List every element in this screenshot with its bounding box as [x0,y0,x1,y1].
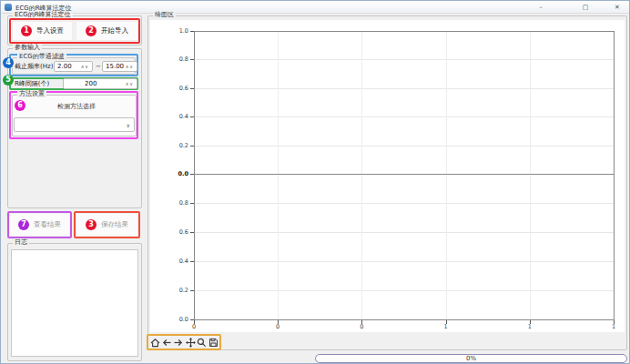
app-icon [5,4,12,11]
save-figure-icon[interactable] [208,337,218,349]
progress-bar: 0% [315,354,627,363]
mark-4: 4 [3,57,14,68]
x-tick-mark [446,320,447,324]
method-groupbox-title: 方法设置 [17,90,46,97]
x-tick-label: 0 [187,324,201,330]
params-groupbox-title: 参数输入 [13,44,42,51]
mark-7: 7 [18,219,29,230]
x-tick-mark [194,320,195,324]
method-select-label: 检测方法选择 [57,103,96,110]
rpeak-spinbox[interactable]: 200 ∧∨ [63,78,137,89]
cutoff-separator: ~ [96,63,101,70]
mark-1: 1 [21,25,32,36]
plot-groupbox-title: 绘图区 [153,11,176,18]
mark-5: 5 [3,75,14,86]
back-arrow-icon[interactable] [161,337,172,349]
home-icon[interactable] [149,337,160,349]
y-tick-label: 0.8 [159,200,188,207]
x-tick-mark [614,320,615,324]
y-tick-label: 1.0 [159,28,188,35]
method-combobox[interactable]: ∨ [14,117,135,132]
start-import-button[interactable]: 2 开始导入 [76,21,138,41]
view-results-button[interactable]: 7 查看结果 [9,213,70,237]
x-tick-mark [530,320,531,324]
y-tick-label: 0.4 [159,114,188,120]
save-results-button[interactable]: 3 保存结果 [76,213,138,237]
x-tick-label: 1 [439,324,453,330]
mark-3: 3 [86,219,97,230]
rpeak-value: 200 [85,80,97,87]
x-tick-label: 1 [523,324,537,330]
spinner-arrows-icon[interactable]: ∧∨ [81,64,89,69]
maximize-icon[interactable]: ▢ [575,2,595,13]
forward-arrow-icon[interactable] [172,337,183,349]
cutoff-high-spinbox[interactable]: 15.00 ∧∨ [102,61,137,72]
log-textarea[interactable] [11,249,138,357]
pan-icon[interactable] [185,337,196,349]
y-tick-label: 0.8 [159,56,188,63]
bandpass-groupbox-title: ECG的带通滤波 [17,53,66,60]
cutoff-label: 截止频率(Hz): [15,63,56,70]
spinner-arrows-icon[interactable]: ∧∨ [126,64,134,69]
minimize-icon[interactable]: – [531,2,551,13]
cutoff-low-spinbox[interactable]: 2.00 ∧∨ [54,61,93,72]
y-tick-label: 0.2 [159,143,188,149]
y-tick-label-shared: 0.0 [159,171,188,177]
import-groupbox-title: ECG的R峰算法定位 [13,11,73,18]
import-settings-label: 导入设置 [36,26,64,35]
spinner-arrows-icon[interactable]: ∧∨ [126,81,134,86]
rpeak-label: R峰间隔(个) [15,80,49,87]
app-window: ECG的R峰算法定位 – ▢ ✕ ECG的R峰算法定位 1 导入设置 2 开始导… [0,0,630,364]
mark-6: 6 [15,100,25,111]
mark-2: 2 [86,25,97,36]
x-tick-mark [278,320,279,324]
x-tick-label: 0 [354,324,369,330]
cutoff-high-value: 15.00 [106,63,124,70]
import-settings-button[interactable]: 1 导入设置 [12,21,73,41]
save-results-label: 保存结果 [101,220,128,229]
close-icon[interactable]: ✕ [607,2,627,13]
subplot-top[interactable] [194,31,615,175]
progress-label: 0% [466,356,476,362]
y-tick-label: 0.4 [159,258,188,265]
start-import-label: 开始导入 [101,26,128,35]
subplot-bottom[interactable] [194,174,615,320]
view-results-label: 查看结果 [34,220,61,229]
y-tick-label: 0.6 [159,86,188,92]
cutoff-low-value: 2.00 [57,63,72,70]
y-tick-label: 0.6 [159,229,188,236]
title-bar: ECG的R峰算法定位 – ▢ ✕ [1,1,629,14]
log-groupbox-title: 日志 [13,238,29,246]
y-tick-label: 0.0 [159,317,188,323]
y-tick-label: 0.2 [159,288,188,294]
x-tick-label: 1 [606,324,621,330]
chevron-down-icon: ∨ [127,122,130,128]
x-tick-mark [361,320,362,324]
zoom-icon[interactable] [196,337,207,349]
x-tick-label: 0 [270,324,285,330]
